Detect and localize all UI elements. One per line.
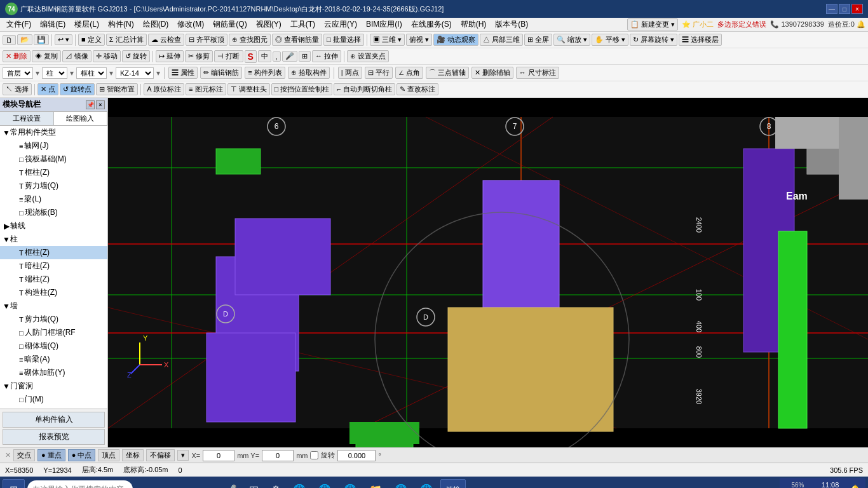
tree-common-types[interactable]: ▼ 常用构件类型 [0, 126, 107, 139]
draw-col-pos-btn[interactable]: □ 按挡位置绘制柱 [271, 83, 333, 95]
minimize-button[interactable]: — [826, 4, 837, 14]
menu-cloud[interactable]: 云应用(Y) [320, 18, 361, 31]
two-point-btn[interactable]: | 两点 [338, 67, 362, 79]
tree-civil-defense-wall[interactable]: □ 人防门框墙(RF [0, 326, 107, 339]
tab-draw-input[interactable]: 绘图输入 [54, 112, 108, 125]
tree-raft-foundation[interactable]: □ 筏板基础(M) [0, 152, 107, 166]
del-aux-btn[interactable]: ✕ 删除辅轴 [471, 67, 513, 79]
expand-icon[interactable]: ▼ [3, 128, 10, 137]
panel-pin-btn[interactable]: 📌 [86, 100, 95, 109]
panel-tabs[interactable]: 工程设置 绘图输入 [0, 112, 107, 126]
column-id-select[interactable]: KZ-14 [116, 67, 154, 79]
move-btn[interactable]: ✛ 移动 [93, 50, 121, 62]
taskbar-app5[interactable]: 📁 [364, 479, 387, 488]
menu-bim[interactable]: BIM应用(I) [362, 18, 406, 31]
tree-end-col[interactable]: T 端柱(Z) [0, 273, 107, 286]
panel-close-btn[interactable]: × [96, 100, 105, 109]
mic-btn[interactable]: 🎤 [282, 51, 297, 62]
rotate-checkbox[interactable] [310, 451, 318, 459]
copy-btn[interactable]: ◈ 复制 [32, 50, 61, 62]
properties-btn[interactable]: ☰ 属性 [168, 67, 198, 79]
column-type-select[interactable]: 框柱 [76, 67, 107, 79]
element-type-select[interactable]: 柱 [42, 67, 67, 79]
parallel-btn[interactable]: ⊟ 平行 [365, 67, 393, 79]
no-offset-btn[interactable]: 不偏移 [146, 449, 175, 461]
sogo-btn[interactable]: S [245, 50, 257, 63]
tree-door[interactable]: □ 门(M) [0, 393, 107, 406]
menu-service[interactable]: 在线服务(S) [407, 18, 456, 31]
inplace-mark-btn[interactable]: A 原位标注 [144, 83, 184, 95]
tree-area[interactable]: ▼ 常用构件类型 ≡ 轴网(J) □ 筏板基础(M) T 框柱(Z) [0, 126, 107, 409]
auto-cut-btn[interactable]: ⌐ 自动判断切角柱 [334, 83, 395, 95]
menu-version[interactable]: 版本号(B) [491, 18, 532, 31]
batch-select-btn[interactable]: □ 批量选择 [323, 34, 364, 46]
canvas-area[interactable]: 6 7 8 D D 2400 400 100 800 3920 Y X [108, 98, 868, 447]
tree-shear-wall2[interactable]: T 剪力墙(Q) [0, 313, 107, 326]
tab-project-settings[interactable]: 工程设置 [0, 112, 54, 125]
check-mark-btn[interactable]: ✎ 查改标注 [397, 83, 438, 95]
zoom-out-btn[interactable]: 🔍 缩放 ▾ [553, 34, 590, 46]
menu-draw[interactable]: 绘图(D) [139, 18, 173, 31]
maximize-button[interactable]: □ [839, 4, 850, 14]
menu-tools[interactable]: 工具(T) [287, 18, 319, 31]
floor-select[interactable]: 首层 [3, 67, 33, 79]
element-mark-btn[interactable]: ≡ 图元标注 [186, 83, 226, 95]
grid2-btn[interactable]: ⊞ [299, 51, 311, 62]
snap-cross-btn[interactable]: 交点 [13, 449, 35, 461]
new-btn[interactable]: 🗋 [3, 35, 16, 45]
tree-door-window-group[interactable]: ▼ 门窗洞 [0, 379, 107, 393]
mirror-btn[interactable]: ⊿ 镜像 [62, 50, 92, 62]
tree-frame-col2[interactable]: T 框柱(Z) [0, 246, 107, 259]
save-btn[interactable]: 💾 [34, 34, 49, 45]
taskbar-app6[interactable]: 🌐 [390, 479, 412, 488]
stretch-btn[interactable]: ↔ 拉伸 [312, 50, 341, 62]
taskbar-app1[interactable]: ⚙ [266, 479, 285, 488]
level-top-btn[interactable]: ⊟ 齐平板顶 [186, 34, 227, 46]
offset-down-btn[interactable]: ▾ [177, 450, 189, 461]
find-circle-btn[interactable]: ⊕ 查找图元 [229, 34, 271, 46]
menu-help[interactable]: 帮助(H) [457, 18, 491, 31]
taskbar-link[interactable]: 链接 [440, 479, 466, 488]
tree-cast-slab[interactable]: □ 现浇板(B) [0, 206, 107, 219]
taskbar-app2[interactable]: 🌐 [288, 479, 311, 488]
point-draw-btn[interactable]: ✕ 点 [37, 83, 58, 95]
cloud-check-btn[interactable]: ☁ 云检查 [148, 34, 184, 46]
rotate-point-btn[interactable]: ↺ 旋转点 [60, 83, 95, 95]
single-input-btn[interactable]: 单构件输入 [3, 412, 105, 428]
pan-btn[interactable]: ✋ 平移 ▾ [592, 34, 628, 46]
tree-wall-group[interactable]: ▼ 墙 [0, 299, 107, 313]
window-controls[interactable]: — □ × [826, 4, 863, 14]
start-button[interactable]: ⊞ [3, 479, 25, 488]
tree-beam[interactable]: ≡ 梁(L) [0, 193, 107, 206]
select-mode-btn[interactable]: ↖ 选择 [3, 83, 32, 95]
expand-icon[interactable]: ▼ [3, 302, 10, 311]
tree-frame-col[interactable]: T 框柱(Z) [0, 166, 107, 179]
close-button[interactable]: × [851, 4, 863, 14]
snap-vertex-btn[interactable]: 顶点 [98, 449, 119, 461]
trim-btn[interactable]: ✂ 修剪 [185, 50, 213, 62]
tree-hidden-beam[interactable]: ≡ 暗梁(A) [0, 353, 107, 366]
view-btn[interactable]: 俯视 ▾ [406, 34, 432, 46]
menu-view[interactable]: 视图(Y) [252, 18, 285, 31]
dim-btn[interactable]: ↔ 尺寸标注 [516, 67, 559, 79]
tree-axis[interactable]: ▶ 轴线 [0, 219, 107, 233]
menu-file[interactable]: 文件(F) [3, 18, 35, 31]
panel-controls[interactable]: 📌 × [86, 100, 105, 109]
new-change-btn[interactable]: 📋 新建变更 ▾ [627, 18, 678, 30]
summary-btn[interactable]: Σ 汇总计算 [106, 34, 147, 46]
tree-axis-net[interactable]: ≡ 轴网(J) [0, 139, 107, 152]
tree-masonry-wall[interactable]: □ 砌体墙(Q) [0, 339, 107, 353]
fullscreen-btn[interactable]: ⊞ 全屏 [524, 34, 552, 46]
center-btn[interactable]: 中 [258, 50, 271, 62]
taskbar-app7[interactable]: 🌐 [415, 479, 438, 488]
smart-layout-btn[interactable]: ⊞ 智能布置 [96, 83, 138, 95]
snap-mid-btn[interactable]: ● 中点 [68, 449, 96, 461]
taskbar-mic[interactable]: 🎤 [220, 479, 241, 488]
menu-floor[interactable]: 楼层(L) [71, 18, 103, 31]
report-preview-btn[interactable]: 报表预览 [3, 429, 105, 445]
rotate-input[interactable] [337, 450, 376, 461]
local-3d-btn[interactable]: △ 局部三维 [480, 34, 523, 46]
menu-element[interactable]: 构件(N) [104, 18, 138, 31]
tree-col-group[interactable]: ▼ 柱 [0, 233, 107, 246]
comma-btn[interactable]: , [273, 51, 281, 62]
